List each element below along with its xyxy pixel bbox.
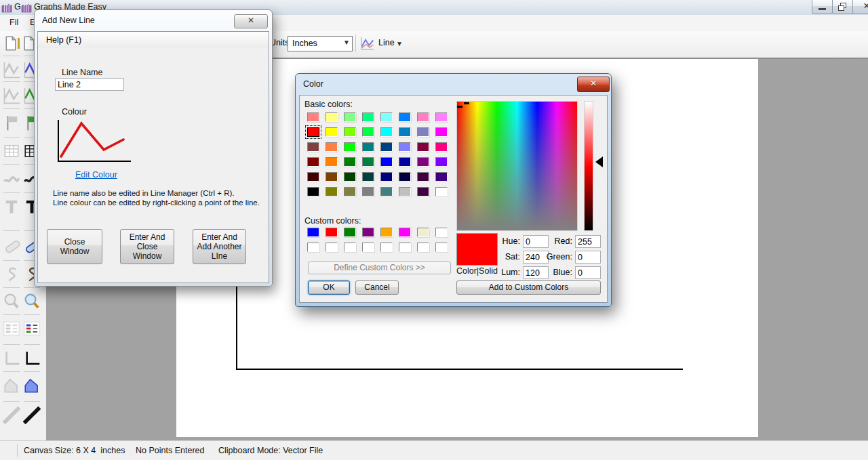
color-swatch[interactable]: [417, 127, 429, 137]
line-name-input[interactable]: [55, 78, 124, 91]
axes-tool-icon[interactable]: [23, 350, 41, 367]
color-swatch[interactable]: [380, 127, 393, 137]
color-swatch[interactable]: [435, 172, 448, 182]
color-swatch[interactable]: [362, 172, 374, 182]
color-swatch[interactable]: [417, 187, 429, 196]
color-swatch[interactable]: [399, 112, 411, 122]
luminance-slider[interactable]: [584, 101, 593, 231]
restore-button[interactable]: [832, 0, 853, 14]
legend-tool-icon[interactable]: [23, 320, 41, 337]
color-swatch[interactable]: [417, 142, 429, 152]
color-swatch[interactable]: [435, 127, 448, 137]
color-swatch[interactable]: [399, 228, 411, 237]
color-swatch[interactable]: [362, 112, 374, 122]
color-swatch[interactable]: [380, 243, 393, 252]
blue-input[interactable]: [575, 266, 601, 279]
color-swatch[interactable]: [435, 228, 448, 237]
color-swatch[interactable]: [399, 187, 411, 196]
add-line-close-button[interactable]: ✕: [234, 14, 268, 28]
diagonal-line-tool-icon[interactable]: [23, 406, 41, 424]
color-close-button[interactable]: ✕: [577, 77, 610, 92]
define-custom-colors-button[interactable]: Define Custom Colors >>: [308, 262, 451, 274]
add-to-custom-colors-button[interactable]: Add to Custom Colors: [456, 280, 601, 295]
color-swatch[interactable]: [399, 157, 411, 167]
close-window-button[interactable]: Close Window: [47, 229, 102, 264]
area-graph-tool-icon[interactable]: [23, 377, 41, 394]
color-swatch[interactable]: [326, 142, 338, 152]
color-swatch[interactable]: [435, 142, 448, 152]
minimize-button[interactable]: [812, 0, 833, 14]
color-swatch[interactable]: [344, 112, 356, 122]
color-swatch[interactable]: [417, 157, 429, 167]
color-swatch[interactable]: [399, 142, 411, 152]
color-swatch[interactable]: [344, 157, 356, 167]
color-swatch[interactable]: [344, 243, 356, 252]
folder-icon-partial[interactable]: [18, 38, 20, 49]
color-swatch[interactable]: [380, 228, 393, 237]
add-line-menustrip: Help (F1): [38, 32, 269, 48]
red-input[interactable]: [575, 235, 601, 248]
help-menu-item[interactable]: Help (F1): [46, 35, 81, 45]
color-swatch[interactable]: [380, 112, 393, 122]
color-swatch[interactable]: [380, 187, 393, 196]
ok-button[interactable]: OK: [308, 280, 350, 295]
color-swatch[interactable]: [417, 172, 429, 182]
green-input[interactable]: [575, 251, 601, 264]
color-swatch[interactable]: [307, 112, 319, 122]
new-file-icon[interactable]: [3, 35, 19, 51]
color-swatch[interactable]: [326, 127, 338, 137]
luminance-slider-arrow-icon[interactable]: [595, 156, 603, 167]
color-swatch[interactable]: [362, 228, 374, 237]
edit-colour-link[interactable]: Edit Colour: [75, 170, 117, 180]
graph-type-label[interactable]: Line: [378, 38, 395, 47]
color-swatch[interactable]: [362, 127, 374, 137]
color-swatch[interactable]: [362, 142, 374, 152]
color-swatch[interactable]: [307, 187, 319, 196]
units-combobox[interactable]: Inches ▼: [288, 36, 353, 51]
color-swatch[interactable]: [326, 228, 338, 237]
color-swatch[interactable]: [362, 157, 374, 167]
canvas-x-axis: [236, 369, 683, 370]
color-swatch[interactable]: [399, 243, 411, 252]
color-swatch[interactable]: [307, 243, 319, 252]
color-swatch[interactable]: [435, 157, 448, 167]
color-swatch[interactable]: [362, 243, 374, 252]
color-swatch[interactable]: [380, 157, 393, 167]
color-swatch[interactable]: [380, 142, 393, 152]
color-swatch[interactable]: [307, 127, 319, 137]
color-swatch[interactable]: [344, 127, 356, 137]
color-swatch[interactable]: [435, 243, 448, 252]
graph-type-chevron-icon[interactable]: ▼: [396, 40, 403, 47]
color-swatch[interactable]: [344, 142, 356, 152]
color-swatch[interactable]: [307, 157, 319, 167]
color-swatch[interactable]: [307, 228, 319, 237]
color-swatch[interactable]: [307, 172, 319, 182]
color-swatch[interactable]: [417, 228, 429, 237]
color-swatch[interactable]: [326, 157, 338, 167]
hue-sat-gradient-field[interactable]: [456, 101, 578, 231]
color-swatch[interactable]: [362, 187, 374, 196]
color-swatch[interactable]: [417, 243, 429, 252]
color-swatch[interactable]: [435, 112, 448, 122]
color-swatch[interactable]: [344, 187, 356, 196]
enter-and-add-another-button[interactable]: Enter And Add Another LIne: [193, 229, 246, 264]
color-swatch[interactable]: [344, 228, 356, 237]
color-swatch[interactable]: [435, 187, 448, 196]
color-swatch[interactable]: [399, 127, 411, 137]
color-swatch[interactable]: [326, 243, 338, 252]
menu-file[interactable]: Fil: [9, 18, 18, 27]
color-swatch[interactable]: [344, 172, 356, 182]
color-swatch[interactable]: [326, 187, 338, 196]
color-swatch[interactable]: [326, 112, 338, 122]
enter-and-close-button[interactable]: Enter And Close Window: [120, 229, 174, 264]
color-swatch[interactable]: [380, 172, 393, 182]
color-swatch[interactable]: [307, 142, 319, 152]
cancel-button[interactable]: Cancel: [355, 280, 399, 295]
color-swatch[interactable]: [417, 112, 429, 122]
close-button[interactable]: ✕: [852, 0, 868, 14]
blue-label: Blue:: [534, 268, 572, 277]
line-chart-icon[interactable]: [359, 35, 376, 51]
zoom-tool-icon[interactable]: [23, 293, 41, 310]
color-swatch[interactable]: [399, 172, 411, 182]
color-swatch[interactable]: [326, 172, 338, 182]
